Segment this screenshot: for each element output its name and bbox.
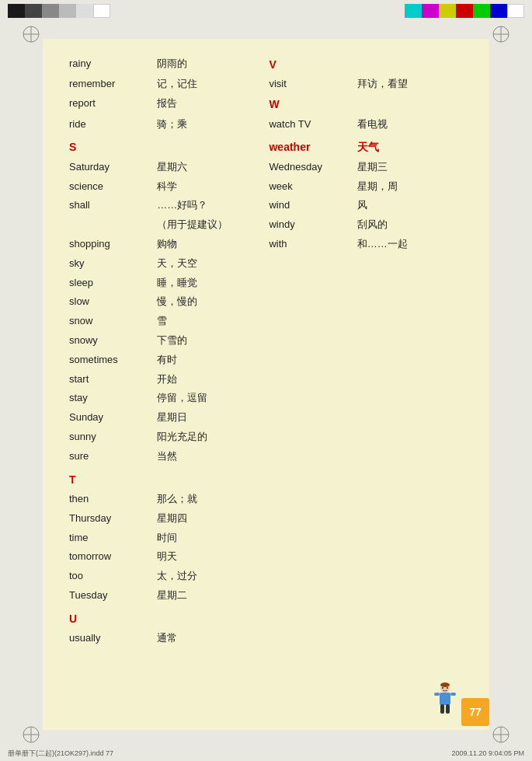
word-en: snowy xyxy=(66,331,154,351)
vocabulary-table: rainy 阴雨的 V remember 记，记住 visit 拜访，看望 re… xyxy=(66,54,466,648)
table-row: time 时间 xyxy=(66,529,466,548)
word-en: time xyxy=(66,529,154,548)
word-en2: weather xyxy=(266,134,353,157)
section-letter-w: W xyxy=(266,94,353,114)
svg-rect-17 xyxy=(434,693,440,696)
table-row: start 开始 xyxy=(66,370,466,389)
color-bar-mid xyxy=(42,4,59,18)
table-row: stay 停留，逗留 xyxy=(66,389,466,408)
word-zh: 睡，睡觉 xyxy=(154,274,266,293)
color-bar-magenta xyxy=(422,4,439,18)
word-zh: 天，天空 xyxy=(154,254,266,274)
reg-mark-topleft xyxy=(22,25,40,44)
word-en2: week xyxy=(266,177,353,197)
word-zh: 慢，慢的 xyxy=(154,292,266,312)
word-zh2: 风 xyxy=(354,196,466,215)
word-zh: 科学 xyxy=(154,177,266,197)
color-bar-dark xyxy=(25,4,42,18)
word-en: ride xyxy=(66,115,154,134)
section-letter-u: U xyxy=(66,606,154,629)
color-bar-blue xyxy=(490,4,507,18)
table-row: remember 记，记住 visit 拜访，看望 xyxy=(66,75,466,94)
svg-rect-15 xyxy=(440,704,444,714)
top-bar xyxy=(0,0,532,22)
table-row: Thursday 星期四 xyxy=(66,509,466,529)
file-info: 册单册下(二起)(21OK297).indd 77 xyxy=(8,749,113,759)
color-bar-lighter xyxy=(76,4,93,18)
word-en: sunny xyxy=(66,428,154,447)
word-zh: 停留，逗留 xyxy=(154,389,266,408)
section-letter-s: S xyxy=(66,134,154,157)
color-bar-light xyxy=(59,4,76,18)
word-en: sometimes xyxy=(66,351,154,370)
word-en2: watch TV xyxy=(266,115,353,134)
table-row: Sunday 星期日 xyxy=(66,408,466,428)
word-en: sleep xyxy=(66,274,154,293)
word-zh: ……好吗？ xyxy=(154,196,266,215)
word-zh: 购物 xyxy=(154,235,266,254)
timestamp: 2009.11.20 9:04:05 PM xyxy=(451,749,524,757)
color-bar-red xyxy=(456,4,473,18)
color-bar-white xyxy=(93,4,110,18)
word-zh: 太，过分 xyxy=(154,567,266,586)
word-zh: 星期日 xyxy=(154,408,266,428)
word-en: snow xyxy=(66,312,154,331)
word-zh: 明天 xyxy=(154,547,266,567)
table-row: snowy 下雪的 xyxy=(66,331,466,351)
word-en: Thursday xyxy=(66,509,154,529)
table-row: （用于提建议） windy 刮风的 xyxy=(66,215,466,235)
word-zh2: 和……一起 xyxy=(354,235,466,254)
color-bar-black xyxy=(8,4,25,18)
reg-mark-topright xyxy=(492,25,510,44)
word-zh2: 看电视 xyxy=(354,115,466,134)
word-zh2: 星期，周 xyxy=(354,177,466,197)
word-en: shopping xyxy=(66,235,154,254)
top-left-color-bars xyxy=(8,4,110,18)
word-zh: 报告 xyxy=(154,94,266,114)
word-zh: 星期二 xyxy=(154,586,266,606)
table-row: sure 当然 xyxy=(66,447,466,466)
color-bar-yellow xyxy=(439,4,456,18)
word-zh: （用于提建议） xyxy=(154,215,266,235)
word-en: rainy xyxy=(66,54,154,75)
table-row: tomorrow 明天 xyxy=(66,547,466,567)
word-en: stay xyxy=(66,389,154,408)
word-zh2: 天气 xyxy=(354,134,466,157)
table-row: science 科学 week 星期，周 xyxy=(66,177,466,197)
section-row-s: S weather 天气 xyxy=(66,134,466,157)
table-row: ride 骑；乘 watch TV 看电视 xyxy=(66,115,466,134)
table-row: sunny 阳光充足的 xyxy=(66,428,466,447)
section-row-t: T xyxy=(66,466,466,490)
word-zh2: 刮风的 xyxy=(354,215,466,235)
word-en: tomorrow xyxy=(66,547,154,567)
word-en: slow xyxy=(66,292,154,312)
word-zh: 有时 xyxy=(154,351,266,370)
word-zh: 雪 xyxy=(154,312,266,331)
word-en: sky xyxy=(66,254,154,274)
table-row: shall ……好吗？ wind 风 xyxy=(66,196,466,215)
word-zh: 下雪的 xyxy=(154,331,266,351)
word-en2: Wednesday xyxy=(266,158,353,177)
table-row: shopping 购物 with 和……一起 xyxy=(66,235,466,254)
table-row: Saturday 星期六 Wednesday 星期三 xyxy=(66,158,466,177)
svg-rect-14 xyxy=(440,693,450,705)
table-row: sometimes 有时 xyxy=(66,351,466,370)
word-en2: visit xyxy=(266,75,353,94)
table-row: snow 雪 xyxy=(66,312,466,331)
table-row: sleep 睡，睡觉 xyxy=(66,274,466,293)
word-zh: 阴雨的 xyxy=(154,54,266,75)
bottom-bar: 册单册下(二起)(21OK297).indd 77 2009.11.20 9:0… xyxy=(0,745,532,761)
word-zh: 星期六 xyxy=(154,158,266,177)
word-en: too xyxy=(66,567,154,586)
table-row: report 报告 W xyxy=(66,94,466,114)
svg-rect-18 xyxy=(450,693,456,696)
reg-mark-bottomleft xyxy=(22,725,40,744)
section-letter-t: T xyxy=(66,466,154,490)
word-en: Sunday xyxy=(66,408,154,428)
section-letter-v: V xyxy=(266,54,353,75)
page-number: 77 xyxy=(469,706,482,718)
color-bar-white2 xyxy=(507,4,524,18)
word-en: remember xyxy=(66,75,154,94)
reg-mark-bottomright xyxy=(492,725,510,744)
section-row-u: U xyxy=(66,606,466,629)
